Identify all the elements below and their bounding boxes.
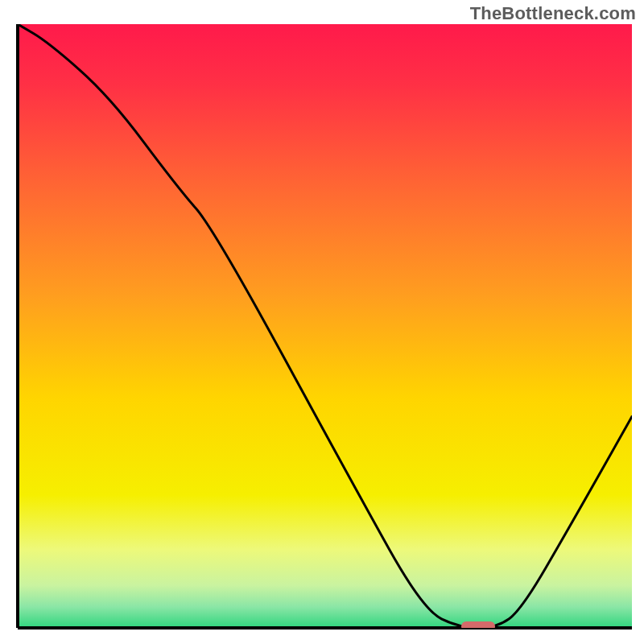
- chart-container: TheBottleneck.com: [0, 0, 644, 644]
- axes: [0, 0, 644, 644]
- watermark-text: TheBottleneck.com: [470, 3, 636, 24]
- optimal-marker: [461, 621, 495, 628]
